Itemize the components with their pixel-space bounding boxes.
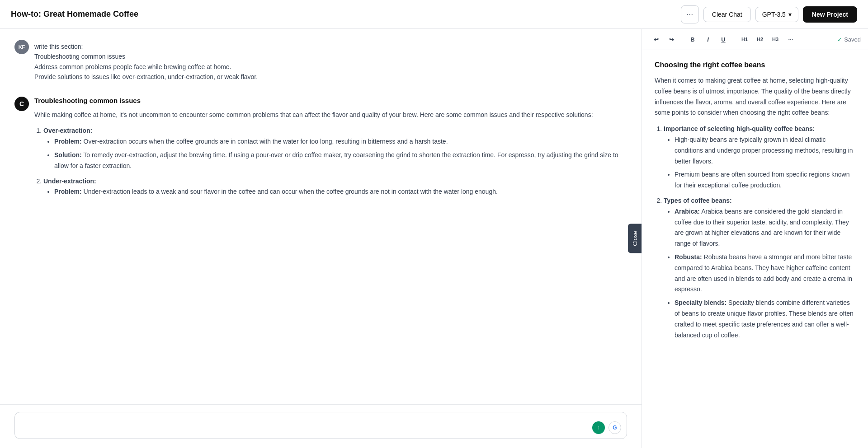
user-text: write this section: Troubleshooting comm… (34, 40, 258, 82)
list-item: Solution: To remedy over-extraction, adj… (54, 150, 627, 172)
editor-bullets: High-quality beans are typically grown i… (664, 135, 855, 191)
over-extraction-list: Problem: Over-extraction occurs when the… (43, 136, 627, 171)
page-title: How-to: Great Homemade Coffee (11, 9, 138, 19)
editor-section-item: Importance of selecting high-quality cof… (664, 124, 855, 191)
saved-check-icon: ✓ (837, 36, 842, 43)
saved-status: ✓ Saved (837, 36, 861, 43)
toolbar-separator (682, 35, 682, 44)
model-label: GPT-3.5 (762, 11, 786, 18)
ai-section-title: Troubleshooting common issues (34, 97, 627, 104)
under-extraction-list: Problem: Under-extraction leads to a wea… (43, 187, 627, 197)
list-item: Arabica: Arabica beans are considered th… (675, 206, 855, 249)
list-item: High-quality beans are typically grown i… (675, 135, 855, 167)
list-item: Robusta: Robusta beans have a stronger a… (675, 252, 855, 295)
list-item: Problem: Under-extraction leads to a wea… (54, 187, 627, 197)
avatar: KF (14, 40, 29, 54)
bold-button[interactable]: B (686, 33, 699, 46)
header: How-to: Great Homemade Coffee ··· Clear … (0, 0, 868, 29)
more-toolbar-button[interactable]: ··· (784, 33, 797, 46)
list-heading: Over-extraction: (43, 127, 92, 134)
list-item: Over-extraction: Problem: Over-extractio… (43, 126, 627, 171)
editor-intro: When it comes to making great coffee at … (655, 75, 855, 118)
saved-label: Saved (844, 36, 861, 43)
section-heading: Importance of selecting high-quality cof… (664, 125, 815, 132)
model-selector[interactable]: GPT-3.5 ▾ (755, 7, 798, 22)
undo-button[interactable]: ↩ (649, 33, 663, 46)
ai-intro: While making coffee at home, it's not un… (34, 110, 627, 121)
more-options-button[interactable]: ··· (681, 5, 699, 23)
list-item: Problem: Over-extraction occurs when the… (54, 136, 627, 147)
ai-message: C Troubleshooting common issues While ma… (14, 97, 627, 202)
chat-messages: KF write this section: Troubleshooting c… (0, 29, 642, 404)
list-item: Specialty blends: Specialty blends combi… (675, 298, 855, 341)
close-panel-tab[interactable]: Close (628, 224, 642, 253)
editor-sections-list: Importance of selecting high-quality cof… (655, 124, 855, 341)
user-message: KF write this section: Troubleshooting c… (14, 40, 627, 82)
h2-button[interactable]: H2 (753, 33, 767, 46)
section-heading: Types of coffee beans: (664, 197, 732, 204)
ai-ordered-list: Over-extraction: Problem: Over-extractio… (34, 126, 627, 197)
main-layout: KF write this section: Troubleshooting c… (0, 29, 868, 448)
toolbar-separator (734, 35, 734, 44)
send-icon: ↑ (597, 425, 600, 431)
underline-button[interactable]: U (717, 33, 730, 46)
new-project-button[interactable]: New Project (803, 6, 857, 23)
editor-section-item: Types of coffee beans: Arabica: Arabica … (664, 196, 855, 341)
google-icon-button[interactable]: G (609, 421, 621, 434)
g-icon: G (613, 425, 617, 431)
chat-panel: KF write this section: Troubleshooting c… (0, 29, 642, 448)
redo-button[interactable]: ↪ (665, 33, 678, 46)
clear-chat-button[interactable]: Clear Chat (703, 7, 751, 22)
chat-input-area: ↑ G (0, 404, 642, 448)
editor-panel: ↩ ↪ B I U H1 H2 H3 ··· ✓ Saved Choosing … (642, 29, 868, 448)
ai-content: Troubleshooting common issues While maki… (34, 97, 627, 202)
close-tab-label: Close (632, 231, 638, 246)
h3-button[interactable]: H3 (769, 33, 782, 46)
chevron-down-icon: ▾ (788, 11, 792, 18)
editor-toolbar: ↩ ↪ B I U H1 H2 H3 ··· ✓ Saved (642, 29, 868, 50)
editor-heading: Choosing the right coffee beans (655, 61, 855, 69)
italic-button[interactable]: I (701, 33, 715, 46)
list-item: Under-extraction: Problem: Under-extract… (43, 176, 627, 198)
chat-input-icons: ↑ G (592, 421, 621, 434)
editor-content: Choosing the right coffee beans When it … (642, 50, 868, 448)
h1-button[interactable]: H1 (738, 33, 751, 46)
list-item: Premium beans are often sourced from spe… (675, 169, 855, 191)
chat-input-box[interactable]: ↑ G (14, 412, 627, 439)
editor-bullets: Arabica: Arabica beans are considered th… (664, 206, 855, 341)
header-actions: ··· Clear Chat GPT-3.5 ▾ New Project (681, 5, 857, 23)
send-button[interactable]: ↑ (592, 421, 605, 434)
list-heading: Under-extraction: (43, 177, 96, 185)
ai-avatar: C (14, 97, 29, 111)
